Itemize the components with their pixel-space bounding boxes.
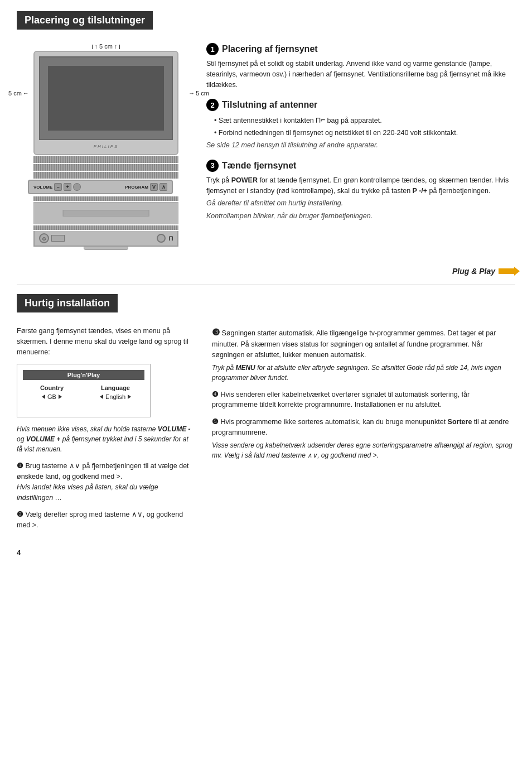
instruction-2-title: 2 Tilslutning af antenner — [206, 99, 515, 111]
tv-port-circle: ☺ — [39, 233, 49, 243]
bottom-section: Første gang fjernsynet tændes, vises en … — [17, 326, 515, 537]
pnp-col-language: Language English — [86, 384, 144, 400]
tv-vent-lines2 — [33, 196, 178, 230]
up-btn: ∧ — [159, 183, 167, 191]
step-5-body: ❺ Hvis programmerne ikke sorteres automa… — [212, 417, 515, 438]
step-1: ❶ Brug tasterne ∧∨ på fjernbetjeningen t… — [17, 461, 195, 503]
pnp-language-value: English — [86, 393, 144, 400]
top-section: ↑ 5 cm ↑ 5 cm ← → 5 cm PHILIPS — [17, 43, 515, 250]
instruction-3-title: 3 Tænde fjernsynet — [206, 160, 515, 172]
tv-left-ports: ☺ — [39, 233, 65, 243]
instruction-1-title: 1 Placering af fjernsynet — [206, 43, 515, 55]
minus-btn: – — [54, 183, 62, 191]
tv-controls-bar: VOLUME – + PROGRAM V ∧ — [28, 180, 173, 194]
pnp-title: Plug'n'Play — [23, 370, 144, 380]
dim-top-label: ↑ 5 cm ↑ — [17, 43, 195, 51]
tv-brand: PHILIPS — [39, 141, 173, 150]
plus-btn: + — [64, 183, 71, 191]
tv-stand-foot — [84, 247, 128, 250]
step-5-italic: Visse sendere og kabelnetværk udsender d… — [212, 440, 515, 460]
step-5: ❺ Hvis programmerne ikke sorteres automa… — [212, 417, 515, 460]
instruction-3-italic1: Gå derefter til afsnittet om hurtig inst… — [206, 198, 515, 209]
instruction-3-italic2: Kontrollampen blinker, når du bruger fje… — [206, 211, 515, 222]
pnp-menu-box: Plug'n'Play Country GB Language English — [17, 364, 151, 417]
tv-mid-bar — [63, 210, 149, 217]
volume-section: VOLUME – + — [33, 183, 81, 191]
page-number: 4 — [17, 549, 515, 557]
instruction-1: 1 Placering af fjernsynet Stil fjernsyne… — [206, 43, 515, 90]
instruction-2: 2 Tilslutning af antenner Sæt antennesti… — [206, 99, 515, 151]
list-item: Sæt antennestikket i kontakten ⊓⌐ bag på… — [214, 114, 515, 126]
bottom-intro: Første gang fjernsynet tændes, vises en … — [17, 326, 195, 357]
step-5-num: ❺ — [212, 418, 219, 426]
instruction-2-bullets: Sæt antennestikket i kontakten ⊓⌐ bag på… — [206, 114, 515, 138]
power-btn — [73, 183, 81, 191]
instruction-3-body: Tryk på POWER for at tænde fjernsynet. E… — [206, 175, 515, 196]
pnp-country-header: Country — [23, 384, 81, 391]
instruction-3: 3 Tænde fjernsynet Tryk på POWER for at … — [206, 160, 515, 222]
pnp-row: Country GB Language English — [23, 384, 144, 400]
dim-right-label: → 5 cm — [188, 90, 209, 97]
dim-left-label: 5 cm ← — [8, 90, 29, 97]
instruction-2-italic: Se side 12 med hensyn til tilslutning af… — [206, 140, 515, 151]
pnp-country-value: GB — [23, 393, 81, 400]
pnp-col-country: Country GB — [23, 384, 81, 400]
pnp-italic-note: Hvis menuen ikke vises, skal du holde ta… — [17, 424, 195, 454]
section-divider — [17, 285, 515, 285]
step-4-num: ❹ — [212, 391, 219, 398]
top-section-header: Placering og tilslutninger — [17, 11, 515, 36]
tv-mid-section — [33, 202, 178, 224]
step-3-body: ❸ Søgningen starter automatisk. Alle til… — [212, 326, 515, 360]
tri-left-icon — [42, 395, 45, 399]
tv-right-ports: ⊓ — [157, 234, 173, 243]
bottom-left-col: Første gang fjernsynet tændes, vises en … — [17, 326, 195, 537]
step-3-italic: Tryk på MENU for at afslutte eller afbry… — [212, 363, 515, 383]
step-2: ❷ Vælg derefter sprog med tasterne ∧∨, o… — [17, 509, 195, 531]
step-4: ❹ Hvis senderen eller kabelnetværket ove… — [212, 389, 515, 411]
step-1-italic: Hvis landet ikke vises på listen, skal d… — [17, 483, 158, 502]
step-3: ❸ Søgningen starter automatisk. Alle til… — [212, 326, 515, 383]
bottom-right-col: ❸ Søgningen starter automatisk. Alle til… — [212, 326, 515, 537]
tv-screen — [39, 56, 173, 140]
tv-main-body: PHILIPS — [33, 51, 178, 155]
program-section: PROGRAM V ∧ — [125, 183, 167, 191]
tv-power-port — [157, 234, 166, 243]
step-1-num: ❶ — [17, 462, 23, 470]
plug-play-section: Plug & Play — [17, 267, 515, 276]
plug-play-label: Plug & Play — [452, 267, 495, 276]
list-item: Forbind netledningen til fjernsynet og n… — [214, 128, 515, 138]
v-btn: V — [150, 183, 158, 191]
tv-instructions: 1 Placering af fjernsynet Stil fjernsyne… — [206, 43, 515, 250]
instruction-1-body: Stil fjernsynet på et solidt og stabilt … — [206, 59, 515, 90]
tri-right-lang-icon — [128, 395, 131, 399]
step-3-num-icon: ❸ — [212, 328, 220, 337]
tv-port-rect — [51, 235, 65, 242]
tv-base: ☺ ⊓ — [33, 231, 178, 247]
tri-right-icon — [59, 395, 62, 399]
tv-antenna-sym: ⊓ — [169, 234, 173, 242]
tri-left-lang-icon — [100, 395, 103, 399]
step-4-body: ❹ Hvis senderen eller kabelnetværket ove… — [212, 389, 515, 411]
pnp-language-header: Language — [86, 384, 144, 391]
bottom-section-header: Hurtig installation — [17, 294, 515, 319]
tv-screen-inner — [48, 66, 164, 131]
tv-diagram: ↑ 5 cm ↑ 5 cm ← → 5 cm PHILIPS — [17, 43, 195, 250]
tv-vent-lines — [33, 156, 178, 179]
plug-play-icon — [499, 268, 515, 274]
step-2-num: ❷ — [17, 511, 23, 518]
